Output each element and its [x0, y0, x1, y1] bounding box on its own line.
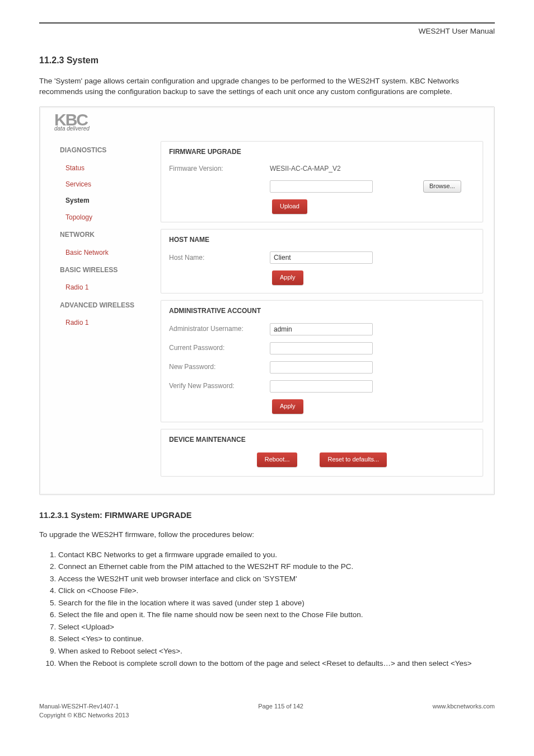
step-item: Select <Yes> to continue. [58, 633, 495, 645]
nav-radio1-basic[interactable]: Radio 1 [57, 279, 151, 296]
admin-apply-button[interactable]: Apply [272, 399, 303, 414]
admin-username-input[interactable]: admin [270, 323, 373, 335]
section-intro: The 'System' page allows certain configu… [39, 76, 495, 97]
nav-services[interactable]: Services [57, 176, 151, 193]
firmware-file-input[interactable] [270, 180, 373, 193]
footer-right: www.kbcnetworks.com [433, 702, 495, 720]
step-item: Search for the file in the location wher… [58, 598, 495, 609]
panel-maintenance: DEVICE MAINTENANCE Reboot... Reset to de… [161, 429, 483, 477]
step-item: Select <Upload> [58, 622, 495, 633]
hostname-input[interactable]: Client [270, 251, 373, 264]
page-header: WES2HT User Manual [39, 26, 495, 37]
subsection-lead: To upgrade the WES2HT firmware, follow t… [39, 529, 495, 540]
admin-curpw-label: Current Password: [169, 343, 264, 353]
admin-newpw-label: New Password: [169, 362, 264, 372]
step-item: Click on <Choose File>. [58, 585, 495, 596]
footer-left: Manual-WES2HT-Rev1407-1 Copyright © KBC … [39, 702, 129, 720]
step-item: When the Reboot is complete scroll down … [58, 658, 495, 669]
panel-hostname: HOST NAME Host Name: Client Apply [161, 229, 483, 293]
section-heading: 11.2.3 System [39, 54, 495, 67]
hostname-title: HOST NAME [161, 230, 483, 249]
nav-diagnostics: DIAGNOSTICS [57, 141, 151, 160]
nav-network: NETWORK [57, 226, 151, 244]
firmware-version-label: Firmware Version: [169, 164, 264, 174]
upload-button[interactable]: Upload [272, 199, 307, 214]
subsection-heading: 11.2.3.1 System: FIRMWARE UPGRADE [39, 510, 495, 521]
step-item: Contact KBC Networks to get a firmware u… [58, 549, 495, 561]
embedded-screenshot: KBC data delivered DIAGNOSTICS Status Se… [39, 106, 495, 495]
step-item: Select the file and open it. The file na… [58, 609, 495, 620]
reboot-button[interactable]: Reboot... [257, 452, 298, 467]
step-item: Connect an Ethernet cable from the PIM a… [58, 561, 495, 572]
maint-title: DEVICE MAINTENANCE [161, 430, 483, 449]
logo-tagline: data delivered [54, 125, 90, 133]
nav-system[interactable]: System [57, 193, 151, 209]
nav-status[interactable]: Status [57, 160, 151, 176]
step-item: When asked to Reboot select <Yes>. [58, 646, 495, 657]
browse-button[interactable]: Browse... [423, 180, 461, 193]
panel-firmware: FIRMWARE UPGRADE Firmware Version: WESII… [161, 141, 483, 222]
step-item: Access the WES2HT unit web browser inter… [58, 573, 495, 585]
firmware-title: FIRMWARE UPGRADE [161, 142, 483, 161]
nav-sidebar: DIAGNOSTICS Status Services System Topol… [57, 141, 151, 483]
admin-curpw-input[interactable] [270, 342, 373, 354]
footer-center: Page 115 of 142 [258, 702, 303, 720]
nav-advanced-wireless: ADVANCED WIRELESS [57, 296, 151, 315]
hostname-label: Host Name: [169, 253, 264, 263]
reset-defaults-button[interactable]: Reset to defaults... [320, 452, 387, 467]
admin-title: ADMINISTRATIVE ACCOUNT [161, 301, 483, 320]
kbc-logo: KBC data delivered [54, 114, 90, 133]
steps-list: Contact KBC Networks to get a firmware u… [58, 549, 495, 669]
panel-admin: ADMINISTRATIVE ACCOUNT Administrator Use… [161, 300, 483, 422]
admin-newpw-input[interactable] [270, 361, 373, 374]
admin-verpw-input[interactable] [270, 380, 373, 393]
page-footer: Manual-WES2HT-Rev1407-1 Copyright © KBC … [39, 702, 495, 720]
nav-topology[interactable]: Topology [57, 209, 151, 226]
nav-basic-wireless: BASIC WIRELESS [57, 261, 151, 279]
admin-verpw-label: Verify New Password: [169, 381, 264, 391]
firmware-version-value: WESII-AC-CA-MAP_V2 [270, 164, 341, 174]
nav-radio1-advanced[interactable]: Radio 1 [57, 315, 151, 331]
logo-letters: KBC [54, 114, 90, 126]
hostname-apply-button[interactable]: Apply [272, 270, 303, 285]
nav-basic-network[interactable]: Basic Network [57, 245, 151, 261]
admin-username-label: Administrator Username: [169, 324, 264, 334]
